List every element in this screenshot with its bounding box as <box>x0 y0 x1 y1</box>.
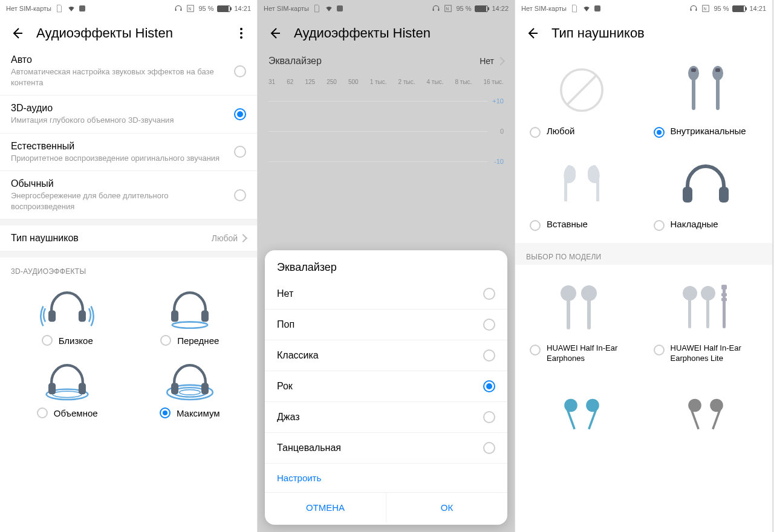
svg-rect-43 <box>706 298 709 328</box>
equalizer-dialog: Эквалайзер Нет Поп Классика Рок Джаз Тан… <box>265 250 507 525</box>
3d-effect-2[interactable]: Объемное <box>6 355 129 422</box>
radio[interactable] <box>483 411 495 423</box>
chevron-right-icon <box>239 234 247 242</box>
mode-2[interactable]: ЕстественныйПриоритетное воспроизведение… <box>0 134 257 172</box>
status-bar: Нет SIM-карты N 95 % 14:22 <box>258 0 515 17</box>
radio[interactable] <box>234 65 246 77</box>
radio[interactable] <box>530 220 541 231</box>
model-item[interactable] <box>520 382 644 456</box>
3d-effect-0[interactable]: Близкое <box>6 283 129 349</box>
mode-1[interactable]: 3D-аудиоИмитация глубокого объемного 3D-… <box>0 96 257 134</box>
svg-rect-35 <box>719 187 729 203</box>
radio[interactable] <box>530 127 541 138</box>
nfc-icon: N <box>186 4 195 13</box>
eq-option-5[interactable]: Танцевальная <box>265 432 507 463</box>
radio[interactable] <box>234 108 246 120</box>
app-icon <box>337 5 343 11</box>
battery-icon <box>475 5 488 12</box>
svg-text:N: N <box>189 7 192 11</box>
back-icon[interactable] <box>525 26 539 41</box>
eq-option-4[interactable]: Джаз <box>265 401 507 432</box>
radio[interactable] <box>530 345 541 355</box>
radio[interactable] <box>42 335 53 346</box>
back-icon[interactable] <box>10 26 24 41</box>
cancel-button[interactable]: ОТМЕНА <box>265 493 386 522</box>
hp-type-1[interactable]: Внутриканальные <box>644 53 768 144</box>
radio[interactable] <box>234 189 246 201</box>
customize-button[interactable]: Настроить <box>265 463 507 492</box>
svg-rect-23 <box>696 9 697 11</box>
header: Аудиоэффекты Histen <box>258 17 515 47</box>
wifi-icon <box>325 4 333 13</box>
radio[interactable] <box>483 319 495 331</box>
svg-rect-11 <box>48 383 56 395</box>
svg-rect-19 <box>438 9 440 11</box>
status-bar: Нет SIM-карты N 95 % 14:21 <box>0 0 257 17</box>
svg-rect-33 <box>715 68 720 72</box>
svg-rect-4 <box>48 311 56 322</box>
headphone-effect-icon <box>160 287 220 330</box>
equalizer-row[interactable]: Эквалайзер Нет <box>258 47 515 75</box>
radio[interactable] <box>483 288 495 300</box>
radio[interactable] <box>234 146 246 158</box>
mode-0[interactable]: АвтоАвтоматическая настройка звуковых эф… <box>0 47 257 96</box>
radio[interactable] <box>37 407 48 418</box>
hp-model-1[interactable]: HUAWEI Half In-Ear Earphones Lite <box>644 271 768 370</box>
eq-option-1[interactable]: Поп <box>265 309 507 340</box>
svg-rect-18 <box>433 9 434 11</box>
svg-point-52 <box>688 398 701 412</box>
svg-rect-5 <box>79 311 86 322</box>
svg-point-50 <box>586 398 599 412</box>
hp-model-0[interactable]: HUAWEI Half In-Ear Earphones <box>520 271 644 370</box>
radio[interactable] <box>160 335 171 346</box>
radio[interactable] <box>483 349 495 362</box>
headphone-status-icon <box>432 4 440 13</box>
eq-option-2[interactable]: Классика <box>265 340 507 371</box>
radio[interactable] <box>483 380 495 392</box>
radio[interactable] <box>654 220 665 231</box>
wifi-icon <box>582 4 591 13</box>
svg-rect-16 <box>171 383 178 395</box>
3d-effect-3[interactable]: Максимум <box>129 355 252 422</box>
eq-option-0[interactable]: Нет <box>265 279 507 309</box>
mode-3[interactable]: ОбычныйЭнергосбережение для более длител… <box>0 171 257 219</box>
section-model-select: ВЫБОР ПО МОДЕЛИ <box>515 243 772 265</box>
hp-type-3[interactable]: Накладные <box>644 146 768 237</box>
eq-option-3[interactable]: Рок <box>265 371 507 401</box>
svg-rect-22 <box>691 9 692 11</box>
3d-effect-1[interactable]: Переднее <box>129 283 252 349</box>
svg-text:N: N <box>704 7 707 11</box>
headphone-effect-icon <box>37 359 97 403</box>
svg-point-10 <box>53 391 82 397</box>
app-icon <box>79 5 85 11</box>
radio[interactable] <box>160 407 171 418</box>
screen-equalizer: Нет SIM-карты N 95 % 14:22 Аудиоэффекты … <box>258 0 515 532</box>
eq-frequencies: 31621252505001 тыс.2 тыс.4 тыс.8 тыс.16 … <box>258 75 515 89</box>
svg-rect-12 <box>79 383 86 395</box>
svg-rect-8 <box>201 311 209 322</box>
model-item[interactable] <box>644 382 768 456</box>
battery-pct: 95 % <box>198 5 213 12</box>
hp-type-2[interactable]: Вставные <box>520 146 644 237</box>
back-icon[interactable] <box>267 26 282 41</box>
headphone-model-icon <box>672 274 739 341</box>
sim-icon <box>570 4 579 13</box>
svg-rect-29 <box>692 77 695 110</box>
headphone-type-icon <box>548 57 615 123</box>
svg-rect-47 <box>721 298 727 301</box>
svg-rect-17 <box>201 383 209 395</box>
radio[interactable] <box>654 345 665 355</box>
svg-point-15 <box>180 390 200 395</box>
radio[interactable] <box>483 442 495 454</box>
screen-headphone-type: Нет SIM-карты N 95 % 14:21 Тип наушников… <box>515 0 773 532</box>
more-icon[interactable] <box>235 28 247 39</box>
headphone-effect-icon <box>37 287 97 330</box>
sim-status: Нет SIM-карты <box>6 5 51 12</box>
ok-button[interactable]: ОК <box>386 493 507 522</box>
radio[interactable] <box>654 127 665 138</box>
sim-icon <box>55 4 63 13</box>
nfc-icon: N <box>444 4 452 13</box>
svg-point-54 <box>710 398 723 412</box>
hp-type-0[interactable]: Любой <box>520 53 644 144</box>
headphone-type-row[interactable]: Тип наушников Любой <box>0 225 257 251</box>
